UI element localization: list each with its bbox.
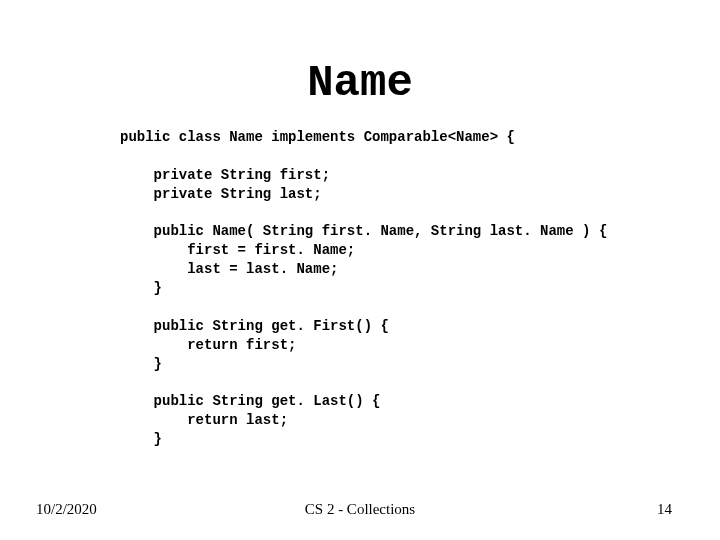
slide: Name public class Name implements Compar…	[0, 0, 720, 540]
footer-page-number: 14	[657, 501, 672, 518]
footer-center: CS 2 - Collections	[0, 501, 720, 518]
code-block: public class Name implements Comparable<…	[120, 128, 680, 449]
slide-title: Name	[0, 58, 720, 108]
footer: 10/2/2020 CS 2 - Collections 14	[0, 498, 720, 518]
